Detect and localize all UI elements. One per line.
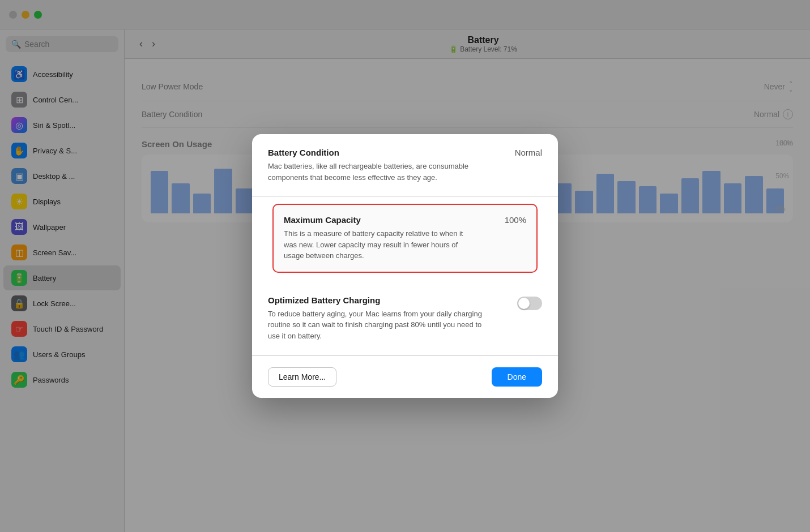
modal-capacity-row: Maximum Capacity This is a measure of ba… <box>284 215 526 261</box>
battery-info-modal: Battery Condition Mac batteries, like al… <box>252 134 558 398</box>
modal-charging-row: Optimized Battery Charging To reduce bat… <box>268 295 542 342</box>
modal-footer: Learn More... Done <box>252 355 558 398</box>
modal-max-capacity-desc: This is a measure of battery capacity re… <box>284 228 476 261</box>
modal-max-capacity-value: 100% <box>505 215 526 225</box>
done-button[interactable]: Done <box>492 367 542 387</box>
modal-battery-condition-title: Battery Condition <box>268 148 483 157</box>
modal-condition-row: Battery Condition Mac batteries, like al… <box>268 148 542 183</box>
learn-more-button[interactable]: Learn More... <box>268 367 336 387</box>
modal-max-capacity-wrapper: Maximum Capacity This is a measure of ba… <box>252 197 558 282</box>
toggle-knob <box>518 298 530 309</box>
optimized-charging-toggle[interactable] <box>517 297 542 310</box>
modal-battery-condition-value: Normal <box>515 148 542 157</box>
modal-condition-left: Battery Condition Mac batteries, like al… <box>268 148 483 183</box>
modal-charging-title: Optimized Battery Charging <box>268 295 483 305</box>
modal-overlay: Battery Condition Mac batteries, like al… <box>0 0 810 532</box>
modal-optimized-charging-section: Optimized Battery Charging To reduce bat… <box>252 282 558 356</box>
main-window: 🔍 Search ♿ Accessibility ⊞ Control Cen..… <box>0 0 810 532</box>
modal-max-capacity-section: Maximum Capacity This is a measure of ba… <box>272 204 538 273</box>
modal-charging-left: Optimized Battery Charging To reduce bat… <box>268 295 483 342</box>
modal-battery-condition-desc: Mac batteries, like all rechargeable bat… <box>268 161 483 183</box>
modal-capacity-left: Maximum Capacity This is a measure of ba… <box>284 215 476 261</box>
modal-max-capacity-title: Maximum Capacity <box>284 215 476 225</box>
modal-charging-desc: To reduce battery aging, your Mac learns… <box>268 308 483 342</box>
modal-battery-condition-section: Battery Condition Mac batteries, like al… <box>252 134 558 197</box>
